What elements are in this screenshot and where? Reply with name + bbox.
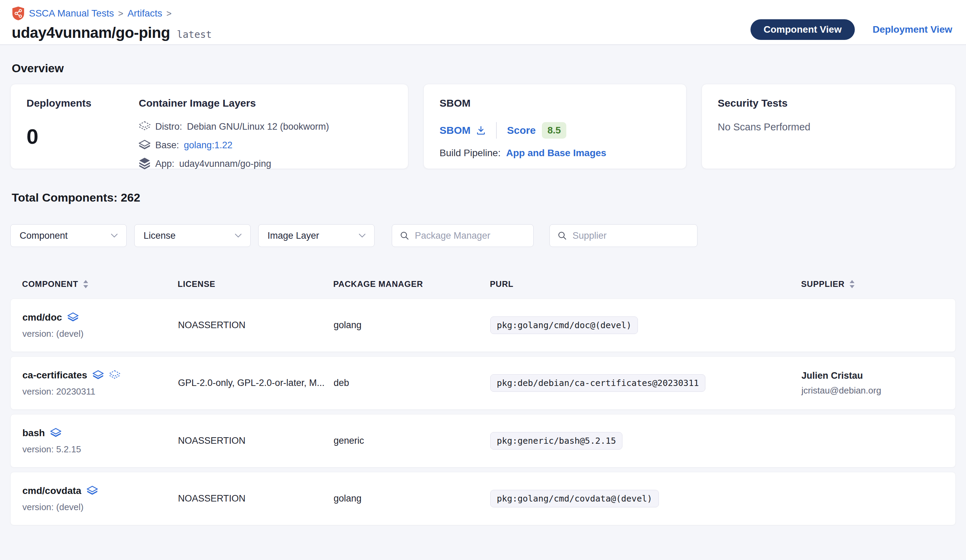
app-layer-icon: [139, 157, 150, 170]
deployment-view-link[interactable]: Deployment View: [873, 24, 952, 35]
chevron-down-icon: [110, 233, 118, 238]
total-components-heading: Total Components: 262: [12, 191, 956, 204]
components-table: cmd/doc version: (devel) NOASSERTION gol…: [10, 298, 956, 525]
component-version: version: 5.2.15: [22, 444, 178, 455]
component-version: version: 20230311: [22, 386, 178, 397]
image-layer-filter-select[interactable]: Image Layer: [258, 224, 375, 247]
score-label: Score: [507, 124, 536, 136]
breadcrumb-separator: >: [118, 8, 123, 19]
distro-value: Debian GNU/Linux 12 (bookworm): [187, 121, 329, 132]
license-filter-select[interactable]: License: [134, 224, 251, 247]
component-filter-label: Component: [20, 231, 68, 241]
supplier-search-input[interactable]: [572, 231, 690, 241]
distro-layer-row: Distro: Debian GNU/Linux 12 (bookworm): [139, 120, 392, 133]
sort-icon[interactable]: [849, 280, 855, 288]
image-layer-filter-label: Image Layer: [268, 231, 319, 241]
sbom-download-label: SBOM: [440, 124, 471, 136]
security-tests-status: No Scans Performed: [718, 121, 940, 133]
base-layer-icon: [139, 139, 150, 152]
build-pipeline-label: Build Pipeline:: [440, 147, 501, 159]
package-manager-cell: golang: [334, 493, 490, 504]
purl-chip: pkg:deb/debian/ca-certificates@20230311: [490, 374, 705, 392]
app-layer-row: App: uday4vunnam/go-ping: [139, 157, 392, 170]
table-row: bash version: 5.2.15 NOASSERTION generic…: [10, 414, 956, 467]
column-header-license: LICENSE: [177, 279, 333, 289]
package-manager-cell: deb: [334, 378, 490, 388]
ssca-module-icon: [12, 6, 25, 21]
component-filter-select[interactable]: Component: [10, 224, 127, 247]
security-tests-title: Security Tests: [718, 97, 940, 109]
overview-heading: Overview: [12, 62, 956, 75]
supplier-email: jcristau@debian.org: [802, 385, 955, 396]
breadcrumb-separator: >: [166, 8, 171, 19]
page-title: uday4vunnam/go-ping: [12, 24, 170, 41]
supplier-search: [549, 224, 698, 247]
package-manager-search-input[interactable]: [415, 231, 526, 241]
component-name: bash: [22, 427, 45, 439]
package-manager-cell: generic: [334, 436, 490, 446]
column-header-supplier[interactable]: SUPPLIER: [801, 279, 956, 289]
supplier-cell: Julien Cristau jcristau@debian.org: [802, 370, 955, 396]
chevron-down-icon: [235, 233, 242, 238]
sbom-title: SBOM: [440, 97, 670, 109]
blue-layers-icon: [67, 311, 79, 324]
sbom-download-link[interactable]: SBOM: [440, 124, 486, 136]
supplier-name: Julien Cristau: [802, 370, 955, 381]
build-pipeline-link[interactable]: App and Base Images: [506, 147, 606, 159]
table-row: ca-certificates version: 20230311 GPL-2.…: [10, 356, 956, 410]
column-header-purl: PURL: [490, 279, 801, 289]
search-icon: [557, 231, 567, 241]
package-manager-search: [392, 224, 534, 247]
distro-layer-icon: [139, 120, 150, 133]
component-name: ca-certificates: [22, 370, 87, 381]
purl-chip: pkg:generic/bash@5.2.15: [490, 432, 623, 450]
security-tests-card: Security Tests No Scans Performed: [702, 84, 956, 169]
view-toggle: Component View Deployment View: [751, 6, 952, 44]
search-icon: [400, 231, 409, 241]
base-layer-row: Base: golang:1.22: [139, 139, 392, 152]
component-version: version: (devel): [22, 502, 178, 513]
page-header: SSCA Manual Tests > Artifacts > uday4vun…: [0, 0, 966, 45]
license-cell: GPL-2.0-only, GPL-2.0-or-later, M...: [178, 378, 334, 388]
deployments-title: Deployments: [26, 97, 139, 109]
table-row: cmd/covdata version: (devel) NOASSERTION…: [10, 472, 956, 525]
breadcrumb: SSCA Manual Tests > Artifacts >: [12, 6, 212, 21]
purl-chip: pkg:golang/cmd/covdata@(devel): [490, 490, 659, 508]
chevron-down-icon: [358, 233, 366, 238]
base-label: Base:: [155, 140, 179, 151]
filters-row: Component License Image Layer: [10, 224, 956, 247]
column-header-component[interactable]: COMPONENT: [22, 279, 177, 289]
column-header-package-manager: PACKAGE MANAGER: [333, 279, 490, 289]
component-name: cmd/doc: [22, 312, 62, 323]
license-filter-label: License: [143, 231, 176, 241]
blue-layers-icon: [87, 485, 98, 497]
license-cell: NOASSERTION: [178, 436, 334, 446]
score-badge: 8.5: [542, 122, 566, 139]
component-name: cmd/covdata: [22, 485, 81, 496]
divider: [496, 122, 497, 139]
sort-icon[interactable]: [83, 280, 89, 288]
package-manager-cell: golang: [334, 320, 490, 331]
table-header: COMPONENT LICENSE PACKAGE MANAGER PURL S…: [10, 279, 956, 298]
distro-label: Distro:: [155, 121, 182, 132]
deployments-layers-card: Deployments 0 Container Image Layers Dis…: [10, 84, 408, 169]
sbom-card: SBOM SBOM Score 8.5 Build Pipeline: App …: [424, 84, 687, 169]
blue-layers-icon: [50, 427, 61, 439]
deployments-count: 0: [26, 124, 139, 149]
blue-layers-icon: [93, 369, 104, 382]
app-label: App:: [155, 159, 174, 169]
license-cell: NOASSERTION: [178, 320, 334, 331]
download-icon: [476, 126, 486, 135]
breadcrumb-link-ssca-manual-tests[interactable]: SSCA Manual Tests: [29, 8, 114, 19]
table-row: cmd/doc version: (devel) NOASSERTION gol…: [10, 298, 956, 352]
breadcrumb-link-artifacts[interactable]: Artifacts: [127, 8, 162, 19]
container-image-layers-title: Container Image Layers: [139, 97, 392, 109]
base-image-link[interactable]: golang:1.22: [184, 140, 232, 151]
purl-chip: pkg:golang/cmd/doc@(devel): [490, 316, 638, 334]
component-version: version: (devel): [22, 329, 178, 339]
license-cell: NOASSERTION: [178, 493, 334, 504]
artifact-tag: latest: [177, 29, 212, 40]
component-view-button[interactable]: Component View: [751, 19, 855, 40]
app-value: uday4vunnam/go-ping: [179, 159, 271, 169]
blue-dashed-layers-icon: [109, 369, 120, 382]
